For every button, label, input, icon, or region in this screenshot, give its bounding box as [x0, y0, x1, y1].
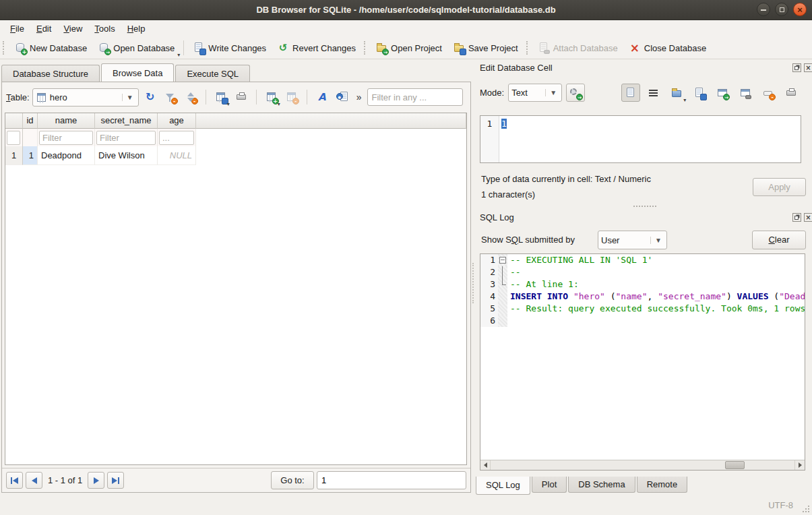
tab-plot[interactable]: Plot — [532, 477, 567, 493]
toolbar-drag-handle[interactable] — [526, 41, 530, 55]
clear-sorting-icon — [185, 91, 197, 103]
filter-input-id[interactable] — [7, 131, 20, 145]
minimize-button[interactable] — [757, 3, 770, 16]
show-sql-label: Show SQL submitted by — [481, 235, 575, 245]
goto-button[interactable]: Go to: — [271, 471, 314, 489]
filter-input-age[interactable] — [159, 131, 194, 145]
attach-database-icon — [538, 42, 550, 54]
clear-sorting-button[interactable] — [182, 88, 199, 106]
clear-filters-button[interactable] — [162, 88, 179, 106]
set-null-button[interactable] — [759, 84, 778, 102]
insert-record-button[interactable] — [263, 88, 280, 106]
cell-age[interactable]: NULL — [158, 146, 196, 165]
sql-log-view[interactable]: 1-- EXECUTING ALL IN 'SQL 1'2--3-- At li… — [480, 253, 805, 471]
print-button[interactable] — [232, 88, 250, 106]
previous-record-button[interactable] — [26, 472, 42, 489]
scroll-left-button[interactable] — [480, 460, 491, 470]
tab-browse-data[interactable]: Browse Data — [101, 63, 174, 82]
open-database-button[interactable]: Open Database — [92, 39, 180, 57]
log-line: 2-- — [480, 266, 805, 278]
toolbar-overflow-chevron[interactable]: » — [354, 92, 365, 102]
font-button[interactable]: A — [313, 88, 331, 106]
word-wrap-button[interactable] — [644, 84, 663, 102]
next-record-button[interactable] — [88, 472, 104, 489]
scroll-right-button[interactable] — [794, 460, 805, 470]
table-select[interactable]: hero ▼ — [32, 88, 139, 107]
text-view-button[interactable] — [621, 84, 640, 102]
float-icon — [794, 216, 799, 220]
open-in-app-icon — [716, 87, 728, 99]
toolbar-drag-handle[interactable] — [364, 41, 367, 55]
toolbar-drag-handle[interactable] — [3, 41, 6, 55]
revert-changes-button[interactable]: ↺ Revert Changes — [272, 39, 361, 57]
title-bar: DB Browser for SQLite - /home/user/code/… — [0, 0, 812, 20]
save-results-button[interactable] — [212, 88, 230, 106]
row-header[interactable]: 1 — [5, 146, 23, 165]
close-dock-button[interactable]: × — [804, 63, 812, 72]
tab-database-structure[interactable]: Database Structure — [1, 65, 100, 82]
log-line: 6 — [480, 315, 805, 327]
menu-file[interactable]: File — [4, 22, 30, 36]
maximize-button[interactable] — [775, 3, 788, 16]
find-in-table-button[interactable] — [334, 88, 351, 106]
cell-id[interactable]: 1 — [23, 146, 38, 165]
cell-name[interactable]: Deadpond — [38, 146, 95, 165]
copy-link-button[interactable] — [736, 84, 755, 102]
browse-data-panel: Table: hero ▼ ↻ A » id name secret_name … — [1, 82, 471, 493]
editor-text-area[interactable]: 1 — [499, 116, 801, 162]
grid-corner-header[interactable] — [5, 113, 23, 129]
scrollbar-thumb[interactable] — [725, 461, 745, 469]
log-horizontal-scrollbar[interactable] — [480, 460, 805, 470]
column-header-secret-name[interactable]: secret_name — [95, 113, 158, 129]
last-record-button[interactable] — [107, 472, 124, 489]
goto-input[interactable] — [317, 471, 466, 489]
import-data-button[interactable] — [667, 84, 686, 102]
menu-view[interactable]: View — [57, 22, 88, 36]
write-changes-button[interactable]: Write Changes — [187, 39, 272, 57]
sql-source-select[interactable]: User ▼ — [598, 231, 667, 249]
float-dock-button[interactable] — [792, 213, 801, 222]
close-icon: × — [805, 64, 812, 72]
column-header-name[interactable]: name — [38, 113, 95, 129]
menu-edit[interactable]: Edit — [30, 22, 57, 36]
record-range-label: 1 - 1 of 1 — [45, 475, 85, 485]
close-database-button[interactable]: × Close Database — [623, 39, 712, 57]
encoding-indicator[interactable]: UTF-8 — [768, 500, 793, 510]
export-data-button[interactable] — [690, 84, 709, 102]
status-bar: UTF-8 — [0, 496, 812, 515]
filter-input-name[interactable] — [39, 131, 93, 145]
open-project-button[interactable]: Open Project — [370, 39, 447, 57]
new-database-button[interactable]: New Database — [9, 39, 92, 57]
link-icon — [739, 87, 751, 99]
tab-db-schema[interactable]: DB Schema — [568, 477, 635, 493]
cell-secret-name[interactable]: Dive Wilson — [95, 146, 158, 165]
column-header-age[interactable]: age — [158, 113, 196, 129]
dock-splitter[interactable] — [633, 206, 656, 207]
refresh-button[interactable]: ↻ — [142, 88, 159, 106]
open-external-button[interactable] — [713, 84, 732, 102]
menu-help[interactable]: Help — [121, 22, 152, 36]
print-cell-button[interactable] — [782, 84, 801, 102]
auto-switch-mode-button[interactable] — [566, 84, 585, 102]
close-button[interactable]: × — [793, 3, 807, 16]
tab-remote[interactable]: Remote — [637, 477, 688, 493]
tab-sql-log[interactable]: SQL Log — [476, 477, 530, 495]
float-dock-button[interactable] — [792, 63, 801, 72]
column-header-id[interactable]: id — [23, 113, 38, 129]
open-file-icon — [670, 87, 683, 99]
close-dock-button[interactable]: × — [804, 213, 812, 222]
filter-input-secret-name[interactable] — [96, 131, 156, 145]
next-record-icon — [94, 477, 99, 484]
mode-select[interactable]: Text ▼ — [508, 84, 562, 102]
previous-record-icon — [32, 477, 37, 484]
resize-grip[interactable] — [802, 505, 810, 513]
delete-record-icon — [286, 91, 298, 103]
menu-tools[interactable]: Tools — [88, 22, 121, 36]
panel-splitter[interactable] — [472, 263, 476, 303]
save-project-button[interactable]: Save Project — [447, 39, 524, 57]
first-record-button[interactable] — [6, 472, 23, 489]
clear-log-button[interactable]: Clear — [752, 231, 806, 249]
filter-any-input[interactable] — [367, 88, 463, 106]
tab-execute-sql[interactable]: Execute SQL — [175, 65, 250, 82]
cell-editor[interactable]: 1 1 — [480, 115, 801, 163]
